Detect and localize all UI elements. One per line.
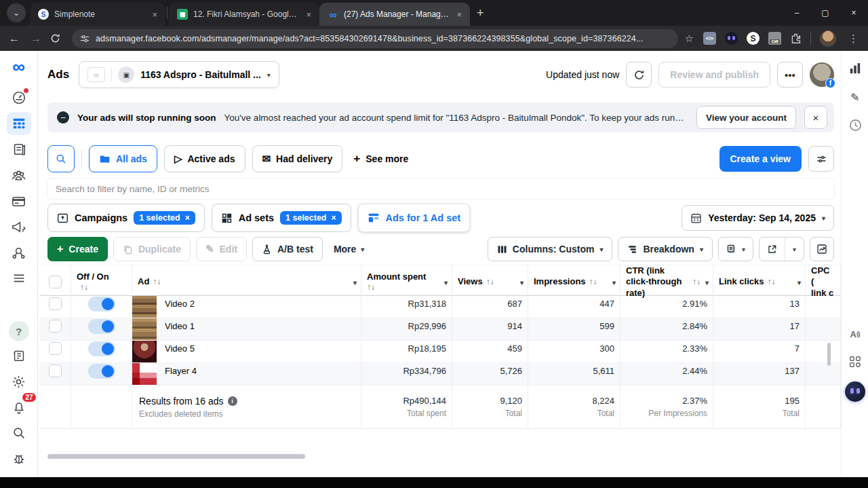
refresh-button[interactable] — [626, 62, 652, 88]
review-and-publish-button[interactable]: Review and publish — [658, 62, 770, 88]
filter-active-ads[interactable]: ▷ Active ads — [164, 145, 245, 172]
pencil-edit-icon[interactable]: ✎ — [847, 89, 863, 105]
monica-extension-icon[interactable] — [725, 32, 738, 45]
sidebar-item-audiences[interactable] — [7, 164, 31, 187]
sidebar-item-pages[interactable] — [7, 138, 31, 161]
date-range-picker[interactable]: Yesterday: Sep 14, 2025 ▾ — [682, 205, 834, 231]
site-settings-icon[interactable] — [80, 34, 90, 43]
ad-name[interactable]: Video 2 — [165, 299, 195, 309]
sidebar-item-account-quality[interactable] — [7, 344, 31, 367]
ad-toggle[interactable] — [88, 319, 115, 334]
sort-icon[interactable]: ↑↓ — [486, 277, 494, 287]
s-extension-icon[interactable]: S — [747, 32, 760, 45]
tab-ad-sets[interactable]: Ad sets 1 selected × — [212, 204, 351, 232]
column-cpc[interactable]: CPC ( link c — [806, 265, 841, 299]
row-checkbox[interactable] — [49, 297, 62, 310]
sidebar-item-assets[interactable] — [7, 241, 31, 264]
view-account-button[interactable]: View your account — [696, 106, 796, 129]
banner-close-button[interactable]: × — [804, 106, 827, 129]
meta-logo[interactable]: ∞ — [12, 58, 25, 75]
columns-button[interactable]: Columns: Custom ▾ — [488, 237, 613, 261]
clear-selection-icon[interactable]: × — [185, 213, 190, 223]
sort-icon[interactable]: ↑↓ — [692, 277, 701, 287]
chevron-down-icon[interactable]: ▾ — [520, 279, 524, 288]
bookmark-star-icon[interactable]: ☆ — [685, 33, 694, 45]
ad-toggle[interactable] — [88, 297, 115, 312]
history-clock-icon[interactable] — [847, 117, 863, 133]
filter-all-ads[interactable]: All ads — [89, 145, 157, 172]
ad-toggle[interactable] — [88, 341, 115, 356]
chevron-down-icon[interactable]: ▾ — [797, 279, 801, 288]
maximize-button[interactable]: ▢ — [811, 0, 840, 26]
sidebar-item-overview[interactable] — [7, 86, 31, 109]
row-checkbox[interactable] — [49, 364, 62, 377]
sort-icon[interactable]: ↑↓ — [767, 277, 775, 287]
table-row[interactable]: Video 5 Rp18,195 459 300 2.33% 7 — [39, 341, 841, 363]
campaigns-selected-badge[interactable]: 1 selected × — [134, 211, 195, 225]
header-select-all[interactable] — [39, 265, 71, 299]
browser-tab-sheets[interactable]: ▦ 12. Fikri Alamsyah - Google Sh × — [169, 3, 319, 26]
browser-tab-simplenote[interactable]: S Simplenote × — [30, 3, 165, 26]
info-icon[interactable]: i — [228, 396, 237, 406]
tab-campaigns[interactable]: Campaigns 1 selected × — [47, 204, 205, 232]
sort-icon[interactable]: ↑↓ — [153, 277, 161, 287]
column-ctr[interactable]: CTR (link click-through rate) ↑↓ ▾ — [620, 265, 713, 299]
breakdown-button[interactable]: Breakdown ▾ — [618, 237, 713, 261]
ad-name[interactable]: Video 5 — [165, 343, 195, 354]
ad-toggle[interactable] — [88, 364, 115, 379]
address-bar[interactable]: adsmanager.facebook.com/adsmanager/manag… — [72, 29, 678, 48]
browser-menu-icon[interactable]: ⋮ — [848, 33, 859, 45]
filter-had-delivery[interactable]: ✉ Had delivery — [252, 145, 343, 172]
more-options-button[interactable]: ••• — [777, 62, 803, 88]
create-a-view-button[interactable]: Create a view — [719, 146, 802, 172]
more-button[interactable]: More ▾ — [328, 244, 370, 255]
tab-close-icon[interactable]: × — [151, 10, 159, 20]
table-row[interactable]: Video 2 Rp31,318 687 447 2.91% 13 — [39, 296, 841, 318]
screenshot-grid-icon[interactable] — [847, 354, 863, 370]
tab-search-icon[interactable]: ⌄ — [7, 3, 26, 22]
column-ad[interactable]: Ad ↑↓ ▾ — [132, 265, 361, 299]
settings-gear-icon[interactable] — [7, 370, 31, 393]
column-off-on[interactable]: Off / On ↑↓ — [71, 265, 132, 299]
column-impressions[interactable]: Impressions ↑↓ ▾ — [528, 265, 620, 299]
sidebar-item-ads-reporting[interactable] — [7, 215, 31, 238]
adsets-selected-badge[interactable]: 1 selected × — [280, 211, 341, 225]
duplicate-button[interactable]: Duplicate — [113, 237, 191, 261]
tab-close-icon[interactable]: × — [455, 10, 463, 20]
bug-report-icon[interactable] — [7, 447, 31, 470]
monica-assistant-button[interactable] — [845, 381, 865, 402]
view-settings-icon[interactable] — [808, 146, 834, 172]
column-amount-spent[interactable]: Amount spent ↑↓ ▾ — [361, 265, 452, 299]
sidebar-item-all-tools[interactable] — [7, 267, 31, 290]
back-icon[interactable]: ← — [7, 33, 22, 45]
browser-profile-avatar[interactable] — [820, 31, 836, 47]
chevron-down-icon[interactable]: ▾ — [353, 279, 357, 288]
user-avatar[interactable]: f — [810, 62, 834, 87]
charts-button[interactable] — [810, 237, 834, 261]
edit-button[interactable]: ✎ Edit — [196, 237, 247, 261]
tab-close-icon[interactable]: × — [304, 10, 313, 20]
search-input[interactable] — [47, 184, 834, 194]
horizontal-scrollbar[interactable] — [47, 454, 305, 459]
sidebar-search-icon[interactable] — [7, 421, 31, 445]
chevron-down-icon[interactable]: ▾ — [705, 279, 709, 288]
code-extension-icon[interactable]: </> — [703, 32, 716, 45]
clear-selection-icon[interactable]: × — [332, 213, 336, 223]
search-filter-button[interactable] — [47, 145, 75, 172]
translate-icon[interactable]: Aĝ — [847, 326, 863, 342]
column-views[interactable]: Views ↑↓ ▾ — [452, 265, 528, 299]
export-caret-segment[interactable]: ▾ — [785, 238, 804, 261]
table-row[interactable]: Flayer 4 Rp334,796 5,726 5,611 2.44% 137 — [39, 363, 841, 386]
notifications-bell-icon[interactable]: 27 — [7, 396, 31, 419]
see-more-button[interactable]: + See more — [349, 152, 412, 166]
chevron-down-icon[interactable]: ▾ — [444, 279, 448, 288]
row-checkbox[interactable] — [49, 342, 62, 355]
reports-button[interactable]: ▾ — [718, 237, 753, 261]
sort-icon[interactable]: ↑↓ — [367, 282, 375, 293]
minimize-button[interactable]: – — [783, 0, 811, 26]
row-checkbox[interactable] — [49, 320, 62, 333]
stats-chart-icon[interactable] — [847, 60, 863, 77]
reload-icon[interactable] — [50, 33, 65, 43]
tab-ads[interactable]: Ads for 1 Ad set — [358, 204, 471, 232]
browser-tab-ads-manager[interactable]: ∞ (27) Ads Manager - Manage ad × — [319, 3, 470, 26]
